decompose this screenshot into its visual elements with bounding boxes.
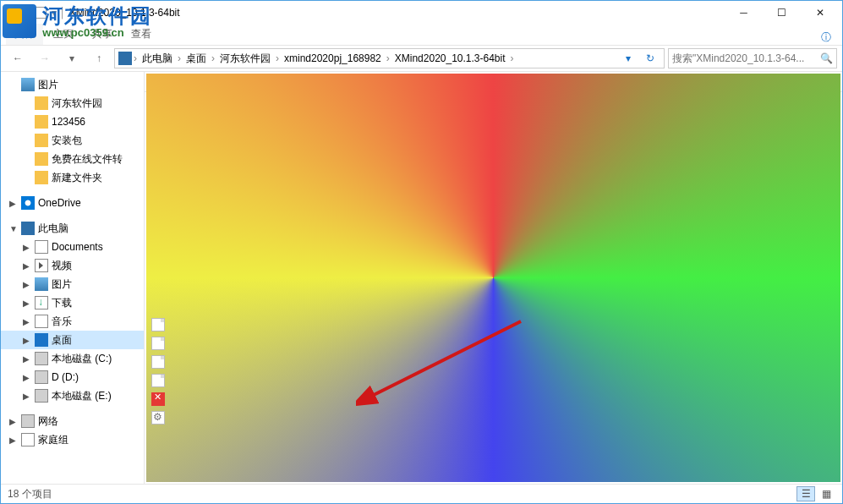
tree-node[interactable]: 免费在线文件转: [1, 150, 144, 168]
refresh-button[interactable]: ↻: [640, 52, 660, 64]
navigation-bar: ← → ▾ ↑ › 此电脑 › 桌面 › 河东软件园 › xmind2020pj…: [1, 45, 842, 72]
tree-item-icon: [35, 96, 48, 110]
maximize-button[interactable]: ☐: [763, 1, 801, 25]
quick-access-toolbar: [21, 7, 47, 19]
tree-node: [1, 212, 144, 219]
tree-item-label: 新建文件夹: [52, 171, 102, 185]
file-icon: [151, 355, 165, 369]
file-icon: [151, 392, 165, 406]
tree-caret-icon[interactable]: ▶: [23, 261, 31, 271]
ribbon-tab-view[interactable]: 查看: [123, 24, 160, 45]
file-icon: [151, 374, 165, 387]
navigation-tree[interactable]: 图片河东软件园123456安装包免费在线文件转新建文件夹▶OneDrive▼此电…: [1, 72, 145, 484]
up-button[interactable]: ↑: [87, 47, 111, 69]
tree-node[interactable]: 新建文件夹: [1, 168, 144, 187]
tree-node[interactable]: ▼此电脑: [1, 219, 144, 238]
tree-item-label: 图片: [38, 78, 58, 92]
tree-node[interactable]: ▶视频: [1, 256, 144, 275]
tree-node[interactable]: ▶Documents: [1, 238, 144, 256]
file-icon: [151, 411, 165, 425]
tree-node: [1, 187, 144, 194]
search-box[interactable]: 搜索"XMind2020_10.1.3-64... 🔍: [668, 48, 837, 68]
tree-item-icon: [21, 222, 35, 235]
file-row[interactable]: LICENSES.chromium.html2020-05-09 13:4336…: [145, 297, 842, 315]
ribbon-tabs: 文件 主页 共享 查看 ⓘ: [1, 25, 842, 45]
tree-caret-icon[interactable]: ▶: [23, 243, 31, 252]
tree-caret-icon[interactable]: ▶: [23, 392, 31, 401]
tree-node[interactable]: ▶家庭组: [1, 430, 144, 449]
crumb-folder-2[interactable]: xmind2020pj_168982: [281, 52, 385, 64]
close-button[interactable]: ✕: [801, 1, 839, 25]
tree-item-icon: [21, 196, 35, 210]
tree-item-label: 安装包: [52, 134, 82, 148]
tree-item-label: 音乐: [52, 315, 72, 329]
tree-item-icon: [35, 134, 48, 147]
tree-item-icon: [35, 315, 48, 328]
forward-button[interactable]: →: [33, 47, 57, 69]
crumb-desktop[interactable]: 桌面: [183, 52, 210, 66]
tree-node[interactable]: 123456: [1, 112, 144, 131]
tree-caret-icon[interactable]: ▶: [23, 336, 31, 345]
tree-node[interactable]: ▶桌面: [1, 331, 144, 349]
tree-node[interactable]: ▶本地磁盘 (E:): [1, 386, 144, 405]
tree-item-label: 下载: [52, 296, 72, 310]
ribbon-expand-button[interactable]: ⓘ: [817, 30, 842, 45]
tree-item-icon: [35, 333, 48, 347]
tree-item-icon: [35, 171, 48, 184]
tree-item-icon: [35, 389, 48, 403]
tree-item-icon: [21, 414, 35, 428]
crumb-folder-3[interactable]: XMind2020_10.1.3-64bit: [391, 52, 509, 64]
back-button[interactable]: ←: [6, 47, 30, 69]
tree-caret-icon[interactable]: ▶: [23, 280, 31, 289]
tree-caret-icon[interactable]: ▶: [23, 373, 31, 382]
tree-item-label: 123456: [52, 116, 85, 128]
minimize-button[interactable]: ─: [725, 1, 763, 25]
tree-item-icon: [35, 277, 48, 291]
tree-node[interactable]: 图片: [1, 75, 144, 94]
crumb-pc[interactable]: 此电脑: [139, 52, 176, 66]
tree-node[interactable]: ▶本地磁盘 (C:): [1, 349, 144, 368]
ribbon-tab-share[interactable]: 共享: [84, 24, 121, 45]
tree-caret-icon[interactable]: ▼: [9, 224, 18, 233]
ribbon-tab-home[interactable]: 主页: [45, 24, 82, 45]
tree-caret-icon[interactable]: ▶: [23, 317, 31, 326]
tree-node[interactable]: ▶网络: [1, 412, 144, 430]
address-bar[interactable]: › 此电脑 › 桌面 › 河东软件园 › xmind2020pj_168982 …: [114, 48, 665, 68]
tree-item-icon: [35, 152, 48, 166]
tree-caret-icon[interactable]: ▶: [23, 299, 31, 308]
tree-node[interactable]: ▶图片: [1, 275, 144, 293]
tree-item-icon: [35, 240, 48, 254]
view-icons-button[interactable]: ▦: [817, 486, 835, 501]
tree-item-label: 河东软件园: [52, 96, 102, 111]
tree-node[interactable]: ▶D (D:): [1, 368, 144, 386]
tree-caret-icon[interactable]: ▶: [9, 417, 18, 426]
qat-btn-1[interactable]: [21, 7, 33, 19]
tree-node[interactable]: 河东软件园: [1, 94, 144, 112]
ribbon-tab-file[interactable]: 文件: [6, 24, 43, 45]
tree-item-icon: [35, 259, 48, 272]
file-list-pane: 名称 修改日期 类型 大小 locales2020-05-09 13:43文件夹…: [145, 72, 842, 484]
tree-node[interactable]: ▶OneDrive: [1, 194, 144, 212]
tree-item-label: 桌面: [52, 333, 72, 348]
tree-item-icon: [21, 78, 35, 91]
file-icon: [151, 318, 165, 331]
tree-item-icon: [35, 115, 48, 129]
address-dropdown-icon[interactable]: ▾: [618, 52, 638, 64]
tree-item-icon: [35, 296, 48, 310]
view-details-button[interactable]: ☰: [796, 486, 815, 501]
tree-caret-icon[interactable]: ▶: [9, 199, 18, 208]
search-icon: 🔍: [820, 52, 833, 64]
qat-btn-2[interactable]: [35, 7, 47, 19]
tree-caret-icon[interactable]: ▶: [23, 354, 31, 364]
tree-node[interactable]: ▶下载: [1, 293, 144, 312]
tree-node[interactable]: ▶音乐: [1, 312, 144, 331]
tree-item-label: Documents: [52, 241, 103, 253]
tree-node[interactable]: 安装包: [1, 131, 144, 150]
status-item-count: 18 个项目: [8, 487, 52, 501]
tree-caret-icon[interactable]: ▶: [9, 436, 18, 445]
crumb-folder-1[interactable]: 河东软件园: [216, 52, 274, 66]
history-dropdown[interactable]: ▾: [60, 47, 84, 69]
status-bar: 18 个项目 ☰ ▦: [1, 484, 842, 503]
tree-item-label: OneDrive: [38, 197, 81, 209]
tree-item-label: 图片: [52, 277, 72, 292]
